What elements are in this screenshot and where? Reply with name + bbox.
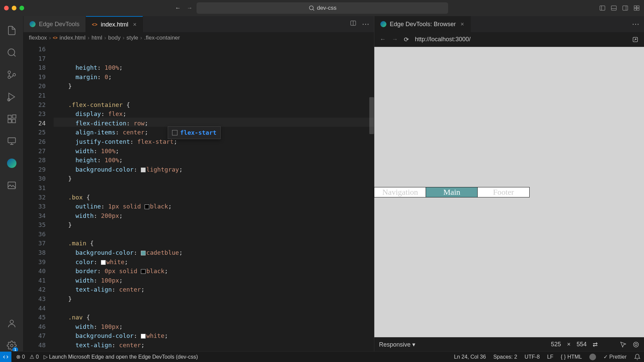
html-file-icon: <>: [92, 22, 97, 27]
preview-main-box: Main: [426, 187, 478, 197]
prettier-status[interactable]: ✓ Prettier: [603, 354, 627, 360]
breadcrumb-item[interactable]: body: [108, 35, 121, 41]
minimize-window-icon[interactable]: [12, 6, 16, 10]
more-actions-icon[interactable]: ⋯: [632, 20, 639, 28]
svg-rect-15: [12, 119, 15, 123]
breadcrumb-item[interactable]: index.html: [60, 35, 86, 41]
close-tab-icon[interactable]: ×: [461, 21, 464, 28]
minimap[interactable]: [368, 44, 374, 351]
svg-rect-7: [637, 8, 639, 10]
close-tab-icon[interactable]: ×: [133, 21, 137, 28]
svg-rect-2: [611, 6, 616, 10]
svg-rect-4: [634, 6, 637, 8]
html-file-icon: <>: [53, 36, 58, 40]
zoom-window-icon[interactable]: [19, 6, 24, 10]
panel-bottom-icon[interactable]: [610, 5, 617, 11]
tab-label: Edge DevTools: [39, 21, 79, 28]
more-actions-icon[interactable]: ⋯: [362, 20, 369, 28]
preview-pane: Edge DevTools: Browser × ⋯ ← → ⟳ http://…: [374, 16, 644, 351]
svg-point-23: [634, 342, 639, 347]
remote-indicator[interactable]: [0, 352, 11, 362]
preview-nav-box: Navigation: [374, 187, 426, 197]
svg-rect-17: [8, 138, 15, 143]
panel-left-icon[interactable]: [599, 5, 606, 11]
svg-rect-5: [637, 6, 639, 8]
suggestion-icon: [172, 130, 177, 135]
viewport-height[interactable]: 554: [577, 341, 587, 348]
window-controls: [4, 6, 24, 10]
explorer-icon[interactable]: [6, 25, 17, 36]
statusbar: ⊗ 0 ⚠ 0 ▷ Launch Microsoft Edge and open…: [0, 351, 644, 362]
code-editor[interactable]: 1617181920212223242526272829303132333435…: [23, 44, 374, 351]
tab-edge-devtools[interactable]: Edge DevTools: [23, 16, 86, 32]
browser-url[interactable]: http://localhost:3000/: [415, 36, 626, 43]
svg-point-0: [309, 6, 313, 10]
nav-forward-icon[interactable]: →: [187, 5, 193, 11]
preview-viewport: Navigation Main Footer: [374, 47, 644, 337]
tab-index-html[interactable]: <> index.html ×: [86, 16, 143, 32]
settings-icon[interactable]: 1: [6, 340, 17, 351]
breadcrumb[interactable]: flexbox› <> index.html› html› body› styl…: [23, 32, 374, 44]
encoding[interactable]: UTF-8: [525, 354, 540, 360]
search-text: dev-css: [317, 5, 337, 11]
breadcrumb-item[interactable]: flexbox: [29, 35, 47, 41]
launch-edge-status[interactable]: ▷ Launch Microsoft Edge and open the Edg…: [44, 354, 198, 360]
titlebar: ← → dev-css: [0, 0, 644, 16]
browser-back-icon[interactable]: ←: [380, 36, 386, 43]
browser-forward-icon[interactable]: →: [392, 36, 398, 43]
split-editor-icon[interactable]: [350, 20, 357, 26]
screenshot-icon[interactable]: [633, 341, 639, 348]
extensions-icon[interactable]: [6, 113, 17, 125]
viewport-width[interactable]: 525: [551, 341, 561, 348]
device-mode[interactable]: Responsive ▾: [379, 341, 415, 348]
nav-back-icon[interactable]: ←: [175, 5, 181, 11]
preview-statusbar: Responsive ▾ 525 × 554 ⇄: [374, 337, 644, 351]
browser-reload-icon[interactable]: ⟳: [404, 36, 409, 43]
edge-icon: [30, 21, 36, 27]
tab-edge-browser[interactable]: Edge DevTools: Browser ×: [374, 16, 471, 32]
copilot-icon[interactable]: [589, 354, 596, 360]
warnings-count[interactable]: ⚠ 0: [30, 354, 39, 360]
inspect-icon[interactable]: [620, 341, 627, 348]
debug-icon[interactable]: [6, 91, 17, 103]
intellisense-suggestion[interactable]: flex-start: [168, 126, 221, 139]
indentation[interactable]: Spaces: 2: [493, 354, 517, 360]
rotate-icon[interactable]: ⇄: [593, 341, 598, 348]
image-icon[interactable]: [6, 180, 17, 191]
edge-icon: [380, 21, 386, 27]
remote-explorer-icon[interactable]: [6, 135, 17, 147]
tab-label: index.html: [101, 21, 128, 28]
breadcrumb-item[interactable]: .flex-container: [144, 35, 180, 41]
svg-point-9: [8, 71, 10, 74]
svg-point-20: [10, 344, 13, 347]
svg-point-24: [635, 343, 637, 346]
breadcrumb-item[interactable]: html: [92, 35, 102, 41]
search-icon: [308, 5, 315, 11]
cursor-position[interactable]: Ln 24, Col 36: [454, 354, 486, 360]
svg-rect-13: [8, 115, 11, 119]
source-control-icon[interactable]: [6, 69, 17, 80]
svg-rect-6: [634, 8, 637, 10]
errors-count[interactable]: ⊗ 0: [16, 354, 25, 360]
close-window-icon[interactable]: [4, 6, 9, 10]
eol[interactable]: LF: [547, 354, 553, 360]
svg-point-10: [8, 76, 10, 79]
line-numbers: 1617181920212223242526272829303132333435…: [23, 44, 54, 351]
edge-devtools-icon[interactable]: [6, 158, 17, 169]
tab-label: Edge DevTools: Browser: [390, 21, 456, 28]
svg-rect-14: [8, 119, 11, 123]
browser-toolbar: ← → ⟳ http://localhost:3000/: [374, 32, 644, 47]
code-content[interactable]: height: 100%; margin: 0; } .flex-contain…: [54, 44, 374, 351]
breadcrumb-item[interactable]: style: [126, 35, 138, 41]
panel-right-icon[interactable]: [622, 5, 629, 11]
layout-icon[interactable]: [633, 5, 640, 11]
svg-rect-3: [623, 6, 628, 10]
open-external-icon[interactable]: [632, 36, 639, 43]
search-panel-icon[interactable]: [6, 47, 17, 58]
command-center[interactable]: dev-css: [197, 2, 448, 14]
notifications-icon[interactable]: [634, 354, 641, 360]
account-icon[interactable]: [6, 318, 17, 329]
dimension-x-icon: ×: [567, 341, 571, 348]
svg-rect-16: [12, 115, 16, 118]
language-mode[interactable]: { } HTML: [561, 354, 582, 360]
